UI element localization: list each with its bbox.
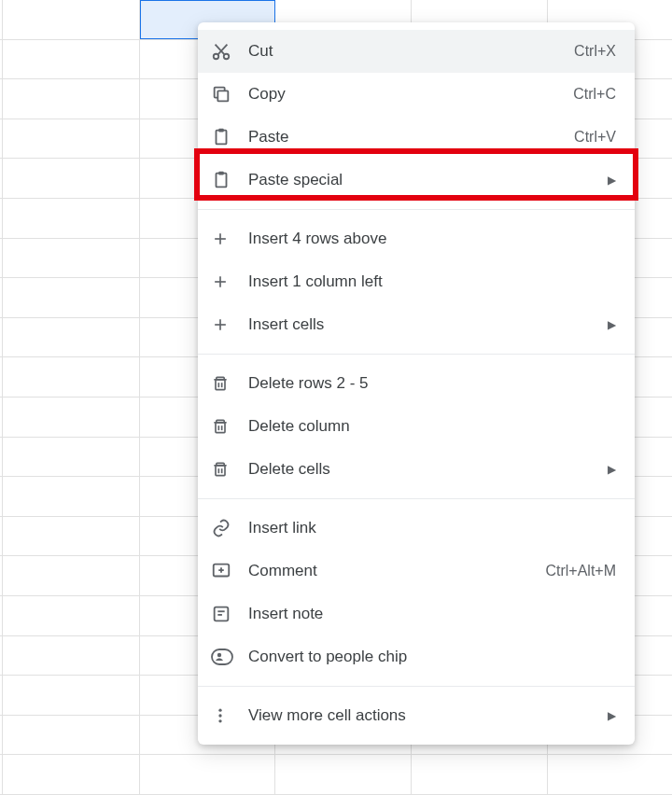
- menu-item-insert-column[interactable]: Insert 1 column left: [198, 260, 635, 303]
- comment-icon: [211, 561, 248, 581]
- note-icon: [211, 604, 248, 624]
- menu-item-copy[interactable]: Copy Ctrl+C: [198, 73, 635, 116]
- svg-rect-4: [217, 91, 228, 101]
- menu-shortcut: Ctrl+X: [574, 43, 616, 60]
- svg-point-34: [218, 719, 221, 722]
- menu-item-insert-note[interactable]: Insert note: [198, 593, 635, 635]
- menu-label: Convert to people chip: [248, 648, 616, 666]
- menu-label: Insert 4 rows above: [248, 230, 616, 248]
- submenu-arrow-icon: ▶: [608, 174, 616, 187]
- menu-item-cut[interactable]: Cut Ctrl+X: [198, 30, 635, 73]
- submenu-arrow-icon: ▶: [608, 709, 616, 722]
- person-chip-icon: [211, 649, 248, 665]
- menu-item-delete-cells[interactable]: Delete cells ▶: [198, 448, 635, 491]
- more-vert-icon: [211, 706, 248, 725]
- menu-shortcut: Ctrl+C: [573, 86, 616, 103]
- svg-rect-5: [217, 131, 227, 145]
- plus-icon: [211, 315, 248, 334]
- menu-shortcut: Ctrl+Alt+M: [545, 563, 616, 579]
- menu-label: Copy: [248, 85, 573, 104]
- trash-icon: [211, 374, 248, 393]
- menu-item-comment[interactable]: Comment Ctrl+Alt+M: [198, 550, 635, 593]
- paste-icon: [211, 127, 248, 147]
- svg-rect-21: [216, 466, 225, 476]
- cut-icon: [211, 41, 248, 62]
- paste-icon: [211, 170, 248, 190]
- context-menu: Cut Ctrl+X Copy Ctrl+C Paste Ctrl+V: [198, 22, 635, 745]
- menu-label: Insert 1 column left: [248, 272, 616, 291]
- trash-icon: [211, 460, 248, 479]
- svg-rect-15: [216, 380, 225, 390]
- svg-rect-6: [218, 129, 224, 132]
- menu-shortcut: Ctrl+V: [574, 129, 616, 146]
- plus-icon: [211, 272, 248, 291]
- svg-point-32: [218, 709, 221, 712]
- menu-item-paste-special[interactable]: Paste special ▶: [198, 159, 635, 202]
- link-icon: [211, 518, 248, 538]
- svg-rect-7: [217, 174, 227, 188]
- menu-label: Delete cells: [248, 460, 608, 479]
- menu-label: Insert note: [248, 605, 616, 623]
- menu-item-delete-column[interactable]: Delete column: [198, 405, 635, 448]
- menu-label: Paste: [248, 128, 574, 146]
- menu-label: Insert cells: [248, 315, 608, 334]
- submenu-arrow-icon: ▶: [608, 318, 616, 331]
- menu-label: Cut: [248, 42, 574, 61]
- menu-item-insert-cells[interactable]: Insert cells ▶: [198, 303, 635, 346]
- svg-point-0: [214, 54, 219, 60]
- menu-separator: [198, 354, 635, 355]
- menu-label: Comment: [248, 562, 545, 580]
- menu-separator: [198, 686, 635, 687]
- menu-separator: [198, 498, 635, 499]
- svg-rect-18: [216, 423, 225, 433]
- menu-item-more-actions[interactable]: View more cell actions ▶: [198, 694, 635, 737]
- menu-label: Insert link: [248, 519, 616, 537]
- menu-item-people-chip[interactable]: Convert to people chip: [198, 635, 635, 678]
- svg-rect-30: [212, 649, 232, 664]
- svg-point-31: [217, 653, 221, 657]
- svg-rect-8: [218, 172, 224, 175]
- menu-item-insert-link[interactable]: Insert link: [198, 507, 635, 550]
- menu-item-insert-rows[interactable]: Insert 4 rows above: [198, 217, 635, 260]
- plus-icon: [211, 230, 248, 248]
- copy-icon: [211, 84, 248, 105]
- submenu-arrow-icon: ▶: [608, 463, 616, 476]
- svg-point-33: [218, 714, 221, 717]
- trash-icon: [211, 417, 248, 436]
- menu-item-paste[interactable]: Paste Ctrl+V: [198, 116, 635, 159]
- menu-separator: [198, 209, 635, 210]
- menu-label: Delete rows 2 - 5: [248, 374, 616, 393]
- menu-item-delete-rows[interactable]: Delete rows 2 - 5: [198, 362, 635, 405]
- menu-label: View more cell actions: [248, 706, 608, 725]
- menu-label: Paste special: [248, 171, 608, 189]
- menu-label: Delete column: [248, 417, 616, 436]
- svg-point-1: [224, 54, 230, 60]
